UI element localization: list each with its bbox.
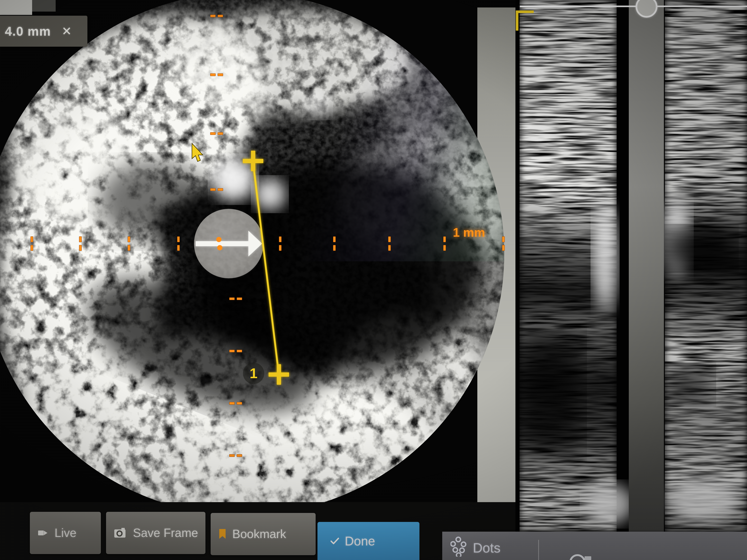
- ruler-scale-label: 1 mm: [453, 225, 485, 239]
- bookmark-button-label: Bookmark: [232, 527, 286, 541]
- tomographic-ultrasound-image: 1 mm 1: [0, 0, 515, 504]
- longitudinal-ultrasound-image: [515, 0, 747, 532]
- partial-tool-button[interactable]: [566, 551, 594, 560]
- dots-button[interactable]: Dots: [450, 534, 518, 560]
- bookmark-icon: [219, 529, 226, 539]
- scrub-slider-handle[interactable]: [637, 0, 656, 17]
- ruler-center-dot: [216, 237, 222, 242]
- frame-position-indicator-band[interactable]: [629, 0, 664, 532]
- corner-tile-dark: [32, 0, 56, 11]
- toolbar-divider: [538, 540, 539, 560]
- live-button-label: Live: [54, 526, 76, 540]
- dots-ring-icon: [450, 534, 468, 557]
- partial-tool-icon: [566, 551, 594, 560]
- ivus-console-screen: 1 mm 1 4.0 mm ✕: [0, 0, 747, 560]
- close-icon[interactable]: ✕: [61, 25, 72, 37]
- dots-button-label: Dots: [473, 540, 500, 556]
- diameter-chip: 4.0 mm ✕: [0, 16, 87, 47]
- tomographic-view-panel: 1 mm 1 4.0 mm ✕: [0, 0, 515, 504]
- save-frame-button[interactable]: Save Frame: [106, 512, 205, 554]
- diameter-chip-label: 4.0 mm: [5, 24, 51, 38]
- done-button[interactable]: Done: [317, 522, 419, 560]
- bookmark-button[interactable]: Bookmark: [211, 513, 316, 555]
- camera-icon: [114, 528, 127, 538]
- ruler-center-dot: [217, 245, 223, 250]
- measurement-badge-label: 1: [250, 365, 258, 381]
- checkmark-icon: [331, 538, 339, 544]
- longitudinal-view-panel: [515, 0, 747, 532]
- corner-tile: [0, 0, 32, 15]
- save-frame-button-label: Save Frame: [133, 526, 198, 540]
- video-camera-icon: [38, 530, 48, 536]
- done-button-label: Done: [345, 534, 375, 548]
- scrub-slider-track[interactable]: [520, 6, 747, 7]
- live-button[interactable]: Live: [30, 512, 101, 554]
